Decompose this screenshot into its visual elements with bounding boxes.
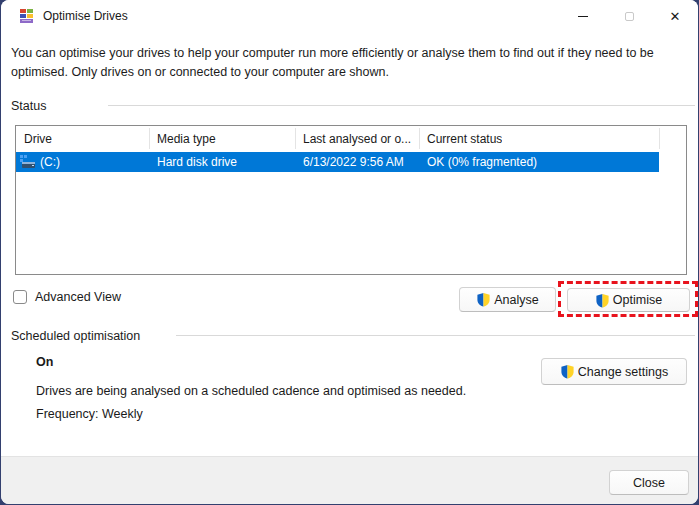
cell-media-type: Hard disk drive [149,155,237,169]
column-header-last-analysed[interactable]: Last analysed or o... [295,132,411,146]
change-settings-button-label: Change settings [578,365,668,379]
analyse-button[interactable]: Analyse [459,287,556,312]
drive-row-c[interactable]: (C:) Hard disk drive 6/13/2022 9:56 AM O… [16,152,659,172]
scheduled-section-label: Scheduled optimisation [11,329,140,343]
scheduled-state: On [36,355,53,369]
column-separator [659,128,660,149]
uac-shield-icon [560,364,575,379]
column-separator [149,128,150,149]
advanced-view-checkbox[interactable] [13,290,27,304]
uac-shield-icon [476,292,491,307]
close-button[interactable]: Close [609,470,689,495]
scheduled-section-rule [176,335,695,336]
minimize-button[interactable] [560,0,606,32]
close-window-button[interactable]: ✕ [652,0,698,32]
optimise-button-label: Optimise [613,293,662,307]
caption-buttons: ✕ [560,0,698,32]
minimize-icon [578,16,588,17]
defrag-app-icon [19,8,35,24]
analyse-button-label: Analyse [494,293,538,307]
maximize-button [606,0,652,32]
change-settings-button[interactable]: Change settings [541,358,687,385]
title-bar: Optimise Drives ✕ [1,0,698,32]
cell-current-status: OK (0% fragmented) [419,155,537,169]
advanced-view-label: Advanced View [35,290,121,304]
advanced-view-row: Advanced View [13,290,121,304]
column-separator [419,128,420,149]
drive-list-header: Drive Media type Last analysed or o... C… [16,126,686,151]
column-separator [295,128,296,149]
scheduled-description: Drives are being analysed on a scheduled… [36,384,466,398]
status-section-rule [108,105,695,106]
optimise-drives-dialog: Optimise Drives ✕ You can optimise your … [1,0,698,504]
close-icon: ✕ [670,10,681,23]
maximize-icon [625,12,634,21]
cell-last-analysed: 6/13/2022 9:56 AM [295,155,404,169]
column-header-current-status[interactable]: Current status [419,132,502,146]
column-header-media-type[interactable]: Media type [149,132,216,146]
drive-list: Drive Media type Last analysed or o... C… [15,125,687,275]
scheduled-frequency: Frequency: Weekly [36,407,143,421]
uac-shield-icon [595,293,610,308]
dialog-footer [1,456,698,504]
close-button-label: Close [633,476,665,490]
window-title: Optimise Drives [43,9,128,23]
column-header-drive[interactable]: Drive [16,132,52,146]
status-section-label: Status [11,99,46,113]
cell-drive: (C:) [32,155,60,169]
dialog-description: You can optimise your drives to help you… [11,44,659,82]
optimise-button[interactable]: Optimise [567,288,690,312]
